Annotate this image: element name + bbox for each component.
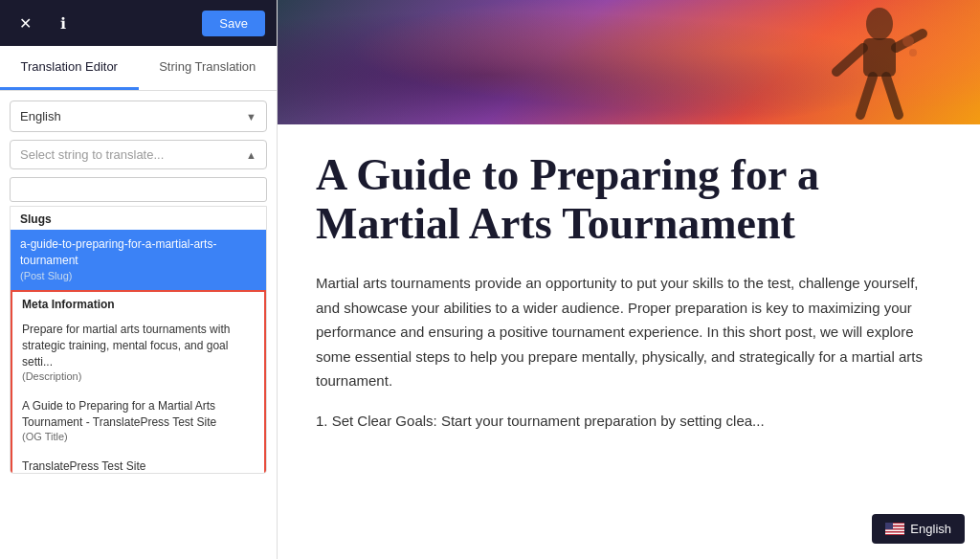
svg-point-0 [866,8,893,40]
search-row [0,173,277,206]
list-item[interactable]: A Guide to Preparing for a Martial Arts … [12,391,264,452]
list-item[interactable]: a-guide-to-preparing-for-a-martial-arts-… [11,230,266,290]
list-item-sublabel: (Post Slug) [20,269,256,283]
search-input[interactable] [10,177,267,202]
article-content: A Guide to Preparing for a Martial Arts … [278,124,980,486]
info-button[interactable]: ℹ [50,10,77,36]
string-selector-placeholder: Select string to translate... [20,147,164,162]
list-item-sublabel: (Description) [22,369,255,384]
svg-rect-16 [885,534,904,535]
list-item[interactable]: Prepare for martial arts tournaments wit… [12,315,264,391]
flag-icon [885,523,904,535]
article-title: A Guide to Preparing for a Martial Arts … [316,151,942,248]
list-item-text: TranslatePress Test Site [22,458,255,474]
chevron-down-icon: ▼ [246,111,256,123]
language-badge[interactable]: English [872,514,965,544]
language-badge-label: English [910,522,951,536]
article-body-1: Martial arts tournaments provide an oppo… [316,271,942,393]
list-item-text: Prepare for martial arts tournaments wit… [22,322,255,369]
tab-string-translation[interactable]: String Translation [139,46,278,90]
close-button[interactable]: ✕ [11,10,38,36]
svg-rect-13 [885,530,904,532]
svg-rect-14 [885,531,904,533]
left-panel: ✕ ℹ Save Translation Editor String Trans… [0,0,278,559]
string-selector-top[interactable]: Select string to translate... ▲ [11,141,266,168]
tab-translation-editor[interactable]: Translation Editor [0,46,139,90]
svg-line-2 [836,48,863,72]
chevron-up-icon: ▲ [246,149,256,161]
tab-bar: Translation Editor String Translation [0,46,277,91]
svg-rect-1 [863,38,896,77]
dropdown-list: Slugs a-guide-to-preparing-for-a-martial… [10,206,267,474]
svg-rect-17 [885,523,893,529]
svg-point-7 [909,49,917,56]
list-item-text: a-guide-to-preparing-for-a-martial-arts-… [20,236,256,269]
svg-line-4 [860,77,873,115]
meta-section-header: Meta Information [12,292,264,315]
svg-point-6 [902,35,914,47]
hero-figure [827,5,923,124]
top-bar: ✕ ℹ Save [0,0,277,46]
svg-rect-15 [885,533,904,535]
save-button[interactable]: Save [202,11,265,36]
article-body-2: 1. Set Clear Goals: Start your tournamen… [316,409,942,434]
hero-image [278,0,980,124]
list-item[interactable]: TranslatePress Test Site (OG Site Name) [12,452,264,474]
language-selector[interactable]: English ▼ [10,101,267,132]
list-item-sublabel: (OG Title) [22,430,255,444]
language-selector-value: English [20,109,61,123]
meta-section: Meta Information Prepare for martial art… [11,290,266,474]
right-panel: A Guide to Preparing for a Martial Arts … [278,0,980,559]
slugs-section-header: Slugs [11,207,266,230]
svg-line-5 [886,77,899,115]
string-selector[interactable]: Select string to translate... ▲ [10,140,267,169]
list-item-text: A Guide to Preparing for a Martial Arts … [22,398,255,431]
